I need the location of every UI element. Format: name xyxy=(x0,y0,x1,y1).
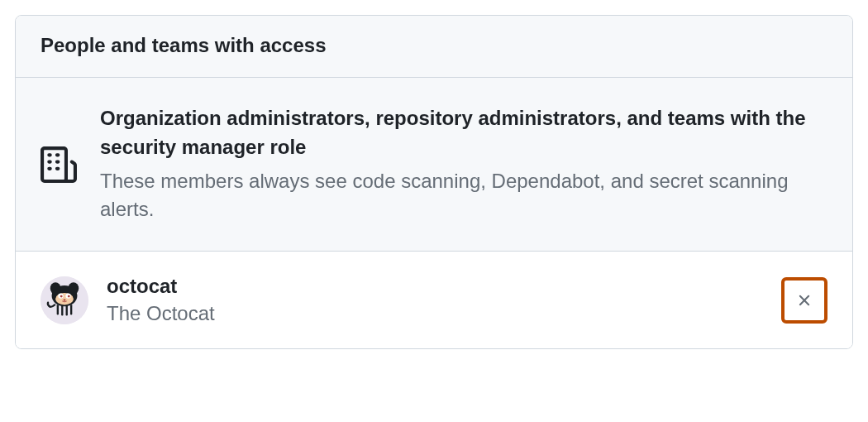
organization-icon xyxy=(41,146,77,183)
access-panel: People and teams with access Organizatio… xyxy=(15,15,853,349)
panel-title: People and teams with access xyxy=(41,34,827,57)
avatar xyxy=(41,276,88,324)
admin-info-text: Organization administrators, repository … xyxy=(100,104,827,224)
user-row: octocat The Octocat xyxy=(16,252,852,348)
admin-info-row: Organization administrators, repository … xyxy=(16,78,852,252)
svg-point-2 xyxy=(50,282,61,295)
admin-info-description: These members always see code scanning, … xyxy=(100,167,827,225)
svg-point-3 xyxy=(69,282,79,295)
user-info: octocat The Octocat xyxy=(107,273,763,327)
svg-point-4 xyxy=(55,293,74,305)
svg-point-7 xyxy=(60,295,63,297)
close-icon xyxy=(795,291,813,309)
user-display-name: The Octocat xyxy=(107,300,763,327)
admin-info-title: Organization administrators, repository … xyxy=(100,104,827,162)
panel-header: People and teams with access xyxy=(16,16,852,78)
svg-point-9 xyxy=(64,299,66,300)
svg-point-8 xyxy=(68,295,70,297)
remove-user-button[interactable] xyxy=(781,277,827,324)
user-login: octocat xyxy=(107,273,763,300)
